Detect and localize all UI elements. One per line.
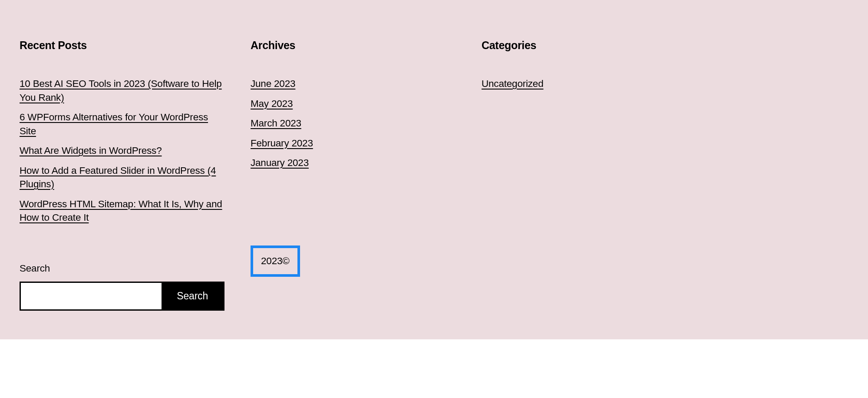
list-item: February 2023 (251, 136, 455, 150)
categories-title: Categories (482, 39, 848, 52)
search-form: Search (20, 282, 224, 311)
archive-link[interactable]: March 2023 (251, 118, 301, 129)
archives-column: Archives June 2023 May 2023 March 2023 F… (251, 39, 455, 311)
copyright-highlight-box: 2023© (251, 245, 300, 277)
list-item: May 2023 (251, 97, 455, 111)
categories-column: Categories Uncategorized (482, 39, 848, 311)
recent-post-link[interactable]: 6 WPForms Alternatives for Your WordPres… (20, 112, 208, 136)
archive-link[interactable]: May 2023 (251, 98, 293, 109)
list-item: WordPress HTML Sitemap: What It Is, Why … (20, 197, 224, 225)
footer-widgets: Recent Posts 10 Best AI SEO Tools in 202… (0, 0, 868, 339)
recent-post-link[interactable]: What Are Widgets in WordPress? (20, 145, 162, 156)
recent-posts-list: 10 Best AI SEO Tools in 2023 (Software t… (20, 77, 224, 225)
copyright-text: 2023© (261, 255, 290, 266)
list-item: Uncategorized (482, 77, 848, 91)
search-input[interactable] (21, 283, 162, 309)
list-item: January 2023 (251, 156, 455, 170)
search-widget: Search Search (20, 263, 224, 311)
search-button[interactable]: Search (162, 283, 223, 309)
archives-title: Archives (251, 39, 455, 52)
recent-posts-title: Recent Posts (20, 39, 224, 52)
list-item: How to Add a Featured Slider in WordPres… (20, 164, 224, 191)
list-item: What Are Widgets in WordPress? (20, 144, 224, 158)
list-item: 6 WPForms Alternatives for Your WordPres… (20, 110, 224, 138)
archives-list: June 2023 May 2023 March 2023 February 2… (251, 77, 455, 170)
search-label: Search (20, 263, 224, 274)
categories-list: Uncategorized (482, 77, 848, 91)
archive-link[interactable]: January 2023 (251, 157, 309, 168)
list-item: March 2023 (251, 116, 455, 130)
recent-post-link[interactable]: 10 Best AI SEO Tools in 2023 (Software t… (20, 78, 222, 103)
list-item: 10 Best AI SEO Tools in 2023 (Software t… (20, 77, 224, 104)
recent-post-link[interactable]: How to Add a Featured Slider in WordPres… (20, 165, 216, 190)
recent-post-link[interactable]: WordPress HTML Sitemap: What It Is, Why … (20, 199, 222, 223)
archive-link[interactable]: February 2023 (251, 138, 313, 149)
recent-posts-column: Recent Posts 10 Best AI SEO Tools in 202… (20, 39, 224, 311)
archive-link[interactable]: June 2023 (251, 78, 295, 89)
list-item: June 2023 (251, 77, 455, 91)
category-link[interactable]: Uncategorized (482, 78, 544, 89)
